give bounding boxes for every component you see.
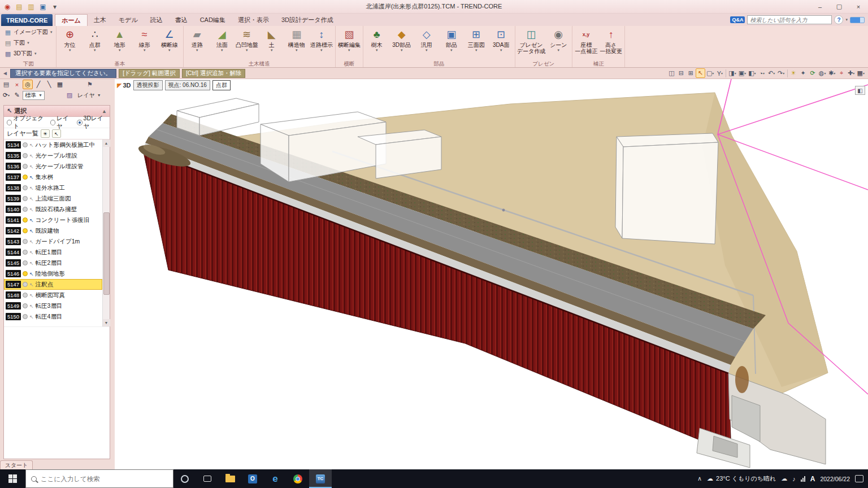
grid-settings-icon[interactable]: ▦▾ bbox=[856, 68, 866, 78]
layer-row-5148[interactable]: 5148↖横断図写真 bbox=[4, 290, 102, 300]
selectable-cursor-icon[interactable]: ↖ bbox=[29, 293, 34, 298]
visibility-bulb-icon[interactable] bbox=[23, 207, 28, 212]
visibility-bulb-icon[interactable] bbox=[23, 228, 28, 233]
visibility-bulb-icon[interactable] bbox=[23, 164, 28, 169]
trend-core-button[interactable]: TC bbox=[309, 469, 332, 488]
tab-ホーム[interactable]: ホーム bbox=[55, 14, 88, 26]
layer-row-5137[interactable]: 5137↖集水桝 bbox=[4, 172, 102, 182]
select-cursor-icon[interactable]: ↖ bbox=[696, 68, 705, 78]
ribbon-button-法面[interactable]: ◢法面▼ bbox=[210, 27, 235, 53]
tab-モデル[interactable]: モデル bbox=[112, 14, 144, 26]
visibility-bulb-icon[interactable] bbox=[23, 217, 28, 223]
toggle-visibility-icon[interactable]: ☀ bbox=[41, 129, 50, 138]
onedrive-icon[interactable]: ☁ bbox=[781, 475, 787, 482]
viewport-columns-icon[interactable]: ◫ bbox=[667, 68, 676, 78]
rotate-reset-icon[interactable]: ⟳▾ bbox=[1, 90, 11, 100]
ribbon-button-方位[interactable]: ⊕方位▼ bbox=[58, 27, 83, 53]
layer-row-5144[interactable]: 5144↖転圧1層目 bbox=[4, 247, 102, 258]
visibility-bulb-icon[interactable] bbox=[23, 239, 28, 244]
layer-row-5149[interactable]: 5149↖転圧3層目 bbox=[4, 300, 102, 311]
filter-select-icon[interactable]: Y▾ bbox=[715, 68, 724, 78]
app-menu-button[interactable]: TREND-CORE bbox=[1, 14, 53, 26]
visibility-bulb-icon[interactable] bbox=[23, 282, 28, 287]
start-tab[interactable]: スタート bbox=[0, 460, 33, 469]
target-flag-icon[interactable]: ⚑ bbox=[85, 80, 95, 89]
tab-CAD編集[interactable]: CAD編集 bbox=[194, 14, 232, 26]
layer-row-5140[interactable]: 5140↖既設石積み擁壁 bbox=[4, 204, 102, 215]
visibility-bulb-icon[interactable] bbox=[23, 293, 28, 298]
tab-書込[interactable]: 書込 bbox=[169, 14, 194, 26]
orbit-icon[interactable]: ◔▾ bbox=[757, 68, 767, 78]
ribbon-button-汎用[interactable]: ◇汎用▼ bbox=[414, 27, 439, 53]
help-search-input[interactable] bbox=[747, 15, 832, 24]
layer-row-5150[interactable]: 5150↖転圧4層目 bbox=[4, 311, 102, 322]
selectable-cursor-icon[interactable]: ↖ bbox=[29, 175, 34, 180]
layer-row-5135[interactable]: 5135↖光ケーブル埋設 bbox=[4, 150, 102, 161]
hidden-icons-chevron[interactable]: ∧ bbox=[697, 475, 702, 482]
ribbon-button-横断編集[interactable]: ▧横断編集▼ bbox=[337, 27, 362, 53]
walkthrough-icon[interactable]: ✦ bbox=[798, 68, 808, 78]
voice-guide-icon[interactable]: ◄ bbox=[2, 70, 8, 76]
zoom-select-icon[interactable]: ◎ bbox=[23, 80, 33, 89]
maximize-button[interactable]: ▢ bbox=[830, 0, 849, 13]
quick-access-dropdown-icon[interactable]: ▾ bbox=[49, 1, 60, 12]
effects-icon[interactable]: ✱▾ bbox=[827, 68, 837, 78]
material-icon[interactable]: ◍▾ bbox=[818, 68, 827, 78]
visibility-bulb-icon[interactable] bbox=[23, 250, 28, 255]
tab-3D設計データ作成[interactable]: 3D設計データ作成 bbox=[275, 14, 340, 26]
layer-row-5139[interactable]: 5139↖上流端三面図 bbox=[4, 193, 102, 204]
selectable-cursor-icon[interactable]: ↖ bbox=[29, 314, 34, 320]
save-icon[interactable]: ▣ bbox=[37, 1, 49, 12]
start-button[interactable] bbox=[0, 469, 25, 488]
tab-読込[interactable]: 読込 bbox=[144, 14, 169, 26]
selectable-cursor-icon[interactable]: ↖ bbox=[29, 217, 34, 223]
visibility-bulb-icon[interactable] bbox=[23, 185, 28, 190]
layer-combo[interactable]: レイヤ▼ bbox=[75, 91, 103, 100]
layer-row-5136[interactable]: 5136↖光ケーブル埋設管 bbox=[4, 161, 102, 172]
ribbon-button-3DA面[interactable]: ⊡3DA面▼ bbox=[489, 27, 514, 53]
ribbon-button-土[interactable]: ◣土▼ bbox=[259, 27, 284, 53]
scroll-down-icon[interactable]: ▼ bbox=[103, 319, 110, 326]
viewport-grid-icon[interactable]: ⊞ bbox=[686, 68, 696, 78]
layer-row-5146[interactable]: 5146↖陸地側地形 bbox=[4, 268, 102, 279]
selectable-cursor-icon[interactable]: ↖ bbox=[29, 271, 34, 277]
selectable-cursor-icon[interactable]: ↖ bbox=[29, 196, 34, 202]
view-mode-tag[interactable]: ◤3D bbox=[117, 82, 131, 89]
ribbon-button-地形[interactable]: ▲地形▼ bbox=[107, 27, 132, 53]
new-file-icon[interactable]: ▤ bbox=[14, 1, 25, 12]
help-dropdown-icon[interactable]: ▾ bbox=[845, 18, 848, 22]
viewport-rows-icon[interactable]: ⊟ bbox=[676, 68, 686, 78]
undo-icon[interactable]: ↶▾ bbox=[767, 68, 776, 78]
selectable-cursor-icon[interactable]: ↖ bbox=[29, 153, 34, 159]
visibility-bulb-icon[interactable] bbox=[23, 196, 28, 201]
task-view-button[interactable] bbox=[196, 469, 219, 488]
tab-選択・表示[interactable]: 選択・表示 bbox=[232, 14, 275, 26]
projection-badge[interactable]: 透視投影 bbox=[133, 80, 163, 90]
outlook-button[interactable]: O bbox=[241, 469, 264, 488]
ribbon-button-点群[interactable]: ∴点群▼ bbox=[83, 27, 107, 53]
ribbon-button-下図[interactable]: ▤下図▼ bbox=[2, 38, 32, 48]
pointcloud-badge[interactable]: 点群 bbox=[212, 80, 231, 90]
scrollbar-thumb[interactable] bbox=[103, 212, 110, 295]
tab-土木[interactable]: 土木 bbox=[88, 14, 112, 26]
selectable-cursor-icon[interactable]: ↖ bbox=[29, 207, 34, 212]
visibility-bulb-icon[interactable] bbox=[23, 153, 28, 158]
grid-snap-icon[interactable]: ▦ bbox=[55, 80, 65, 89]
visibility-bulb-icon[interactable] bbox=[23, 175, 28, 180]
taskbar-search[interactable] bbox=[25, 469, 173, 488]
selectable-cursor-icon[interactable]: ↖ bbox=[29, 142, 34, 148]
ribbon-button-3D部品[interactable]: ◆3D部品▼ bbox=[389, 27, 414, 53]
picker-icon[interactable]: ✎ bbox=[12, 90, 22, 100]
layer-list-scrollbar[interactable]: ▲ ▼ bbox=[102, 140, 110, 326]
visibility-bulb-icon[interactable] bbox=[23, 142, 28, 147]
viewpoint-badge[interactable]: 視点: 06.NO.16 bbox=[165, 80, 210, 90]
ribbon-button-プレゼンデータ作成[interactable]: ◫プレゼン データ作成 bbox=[517, 27, 546, 54]
measure-icon[interactable]: ✚▾ bbox=[847, 68, 856, 78]
ribbon-button-シーン[interactable]: ◉シーン▼ bbox=[546, 27, 571, 53]
light-icon[interactable]: ☀ bbox=[789, 68, 798, 78]
ribbon-button-座標一点補正[interactable]: x,y座標 一点補正 bbox=[574, 27, 598, 54]
ribbon-button-構造物[interactable]: ▦構造物▼ bbox=[284, 27, 309, 53]
selectable-cursor-icon[interactable]: ↖ bbox=[29, 228, 34, 234]
ribbon-button-道路[interactable]: ▰道路▼ bbox=[185, 27, 210, 53]
capture-icon[interactable]: ◨▾ bbox=[727, 68, 737, 78]
